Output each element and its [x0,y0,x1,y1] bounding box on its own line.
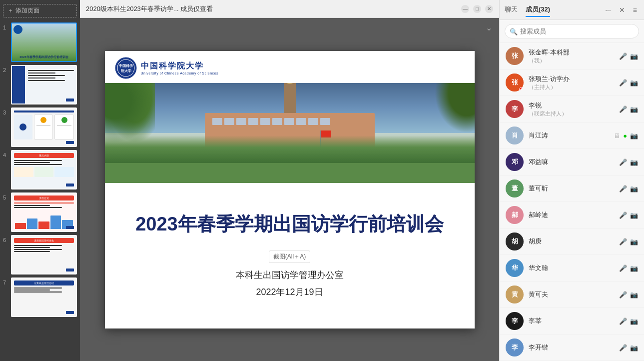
at-tooltip: 截图(All＋A) [269,250,310,263]
slide-number-7: 7 [3,278,9,286]
search-box: 🔍 [500,20,644,43]
maximize-button[interactable]: □ [473,5,481,13]
cam-icon[interactable]: 📷 [630,344,638,352]
member-info: 胡庚 [529,237,614,246]
member-actions: 🎤 📷 [619,264,638,272]
ucas-logo-text: 中国科学院大学 University of Chinese Academy of… [141,61,219,75]
cam-icon[interactable]: 📷 [630,212,638,219]
slide-thumbnail-6[interactable]: 6 进度跟踪管控优化 [3,235,77,274]
close-button[interactable]: ✕ [485,5,493,13]
member-item[interactable]: 邓 邓益嘛 🎤 📷 [500,149,644,176]
menu-button[interactable]: ≡ [631,5,639,15]
slide-org: 本科生出国访学管理办公室 [236,269,344,281]
slide-thumb-1: 2023年春季学期出国访学行前培训会 [11,22,77,62]
screen-icon[interactable]: 🖥 [614,132,620,140]
slide-thumbnail-2[interactable]: 2 [3,65,77,104]
scroll-down-icon[interactable]: ⌄ [486,23,492,32]
mute-icon[interactable]: 🎤 [619,238,627,246]
cam-icon[interactable]: 📷 [630,158,638,166]
slide-thumbnail-3[interactable]: 3 [3,108,77,147]
member-item[interactable]: 董 董可昕 🎤 📷 [500,176,644,202]
slide-number-3: 3 [3,108,9,116]
right-tabs: 聊天 成员(32) [505,3,550,17]
thumb-logo [13,25,22,34]
tab-members[interactable]: 成员(32) [526,3,550,17]
ucas-cn-name: 中国科学院大学 [141,61,219,72]
cam-icon[interactable]: 📷 [630,52,638,60]
slide-panel: ＋ 添加页面 1 2023年春季学期出国访学行前培训会 2 [0,0,80,361]
svg-text:院大学: 院大学 [120,68,131,72]
cam-icon[interactable]: 📷 [630,264,638,272]
member-item[interactable]: 李 李锐 （联席主持人） 🎤 📷 [500,96,644,122]
mute-icon[interactable]: 🎤 [619,79,627,86]
close-panel-button[interactable]: ✕ [617,5,627,15]
slide-date: 2022年12月19日 [236,286,344,298]
mute-icon[interactable]: 🎤 [619,158,627,166]
tab-chat[interactable]: 聊天 [505,3,518,17]
member-role: （主持人） [529,84,614,91]
add-slide-button[interactable]: ＋ 添加页面 [3,4,77,18]
member-name: 董可昕 [529,184,614,193]
mute-icon[interactable]: 🎤 [619,344,627,352]
slide-main-content: 2023年春季学期出国访学行前培训会 截图(All＋A) 本科生出国访学管理办公… [105,183,475,328]
member-name: 肖江涛 [529,131,609,140]
member-info: 郝岭迪 [529,210,614,220]
member-name: 邓益嘛 [529,158,614,166]
slide-thumbnail-7[interactable]: 7 方案效益管控总结 [3,278,77,317]
cam-icon[interactable]: 📷 [630,238,638,246]
member-item[interactable]: 张 张顼兰·访学办 （主持人） 🎤 📷 [500,70,644,96]
presentation-title: 2020级本科生2023年春季访学... 成员仅查看 [86,4,213,14]
avatar: 董 [506,180,524,198]
slide-number-1: 1 [3,22,9,30]
member-item[interactable]: 李 李开锴 🎤 📷 [500,334,644,361]
more-button[interactable]: ··· [603,5,613,15]
mute-icon[interactable]: 🎤 [619,185,627,192]
member-name: 黄可夫 [529,290,614,299]
mute-icon[interactable]: 🎤 [619,52,627,60]
mute-icon[interactable]: 🎤 [619,264,627,272]
slide-main-title: 2023年春季学期出国访学行前培训会 [135,213,444,236]
title-bar: 2020级本科生2023年春季访学... 成员仅查看 — □ ✕ [80,0,499,18]
member-item[interactable]: 李 李莘 🎤 📷 [500,308,644,334]
member-item[interactable]: 张 张金晖·本科部 （我） 🎤 📷 [500,43,644,70]
slide-thumb-4: 重点内容 [11,150,77,190]
cam-icon[interactable]: 📷 [630,291,638,298]
avatar: 胡 [506,232,524,250]
window-controls: — □ ✕ [461,5,493,13]
right-header-actions: ··· ✕ ≡ [603,5,639,15]
campus-trees [105,136,475,166]
minimize-button[interactable]: — [461,5,469,13]
member-info: 李莘 [529,316,614,326]
member-info: 邓益嘛 [529,158,614,166]
status-green-icon: ● [623,132,627,140]
slide-thumbnail-4[interactable]: 4 重点内容 [3,150,77,190]
search-input[interactable] [505,24,639,38]
member-item[interactable]: 肖 肖江涛 🖥 ● 📷 [500,122,644,149]
slide-thumb-7: 方案效益管控总结 [11,278,77,317]
member-name: 胡庚 [529,237,614,246]
member-name: 张顼兰·访学办 [529,74,614,84]
member-item[interactable]: 郝 郝岭迪 🎤 📷 [500,202,644,228]
mute-icon[interactable]: 🎤 [619,318,627,325]
slide-thumbnail-1[interactable]: 1 2023年春季学期出国访学行前培训会 [3,22,77,62]
member-info: 李开锴 [529,343,614,352]
cam-icon[interactable]: 📷 [630,318,638,325]
svg-text:中国科学: 中国科学 [119,64,133,68]
slide-thumb-6: 进度跟踪管控优化 [11,235,77,274]
cam-icon[interactable]: 📷 [630,106,638,113]
member-item[interactable]: 黄 黄可夫 🎤 📷 [500,282,644,308]
mute-icon[interactable]: 🎤 [619,291,627,298]
member-item[interactable]: 华 华文翰 🎤 📷 [500,255,644,282]
mute-icon[interactable]: 🎤 [619,212,627,219]
add-slide-label: 添加页面 [15,6,39,15]
cam-icon[interactable]: 📷 [630,185,638,192]
cam-icon[interactable]: 📷 [630,132,638,140]
ucas-logo: 中国科学 院大学 中国科学院大学 University of Chinese A… [115,57,219,79]
cam-icon[interactable]: 📷 [630,79,638,86]
slide-number-4: 4 [3,150,9,158]
mute-icon[interactable]: 🎤 [619,106,627,113]
member-item[interactable]: 胡 胡庚 🎤 📷 [500,228,644,255]
member-actions: 🎤 📷 [619,291,638,298]
slide-thumbnail-5[interactable]: 5 流程总览 [3,192,77,232]
member-name: 华文翰 [529,264,614,272]
